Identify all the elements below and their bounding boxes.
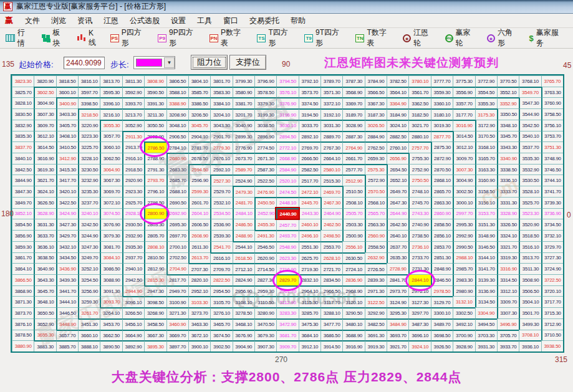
grid-cell[interactable]: 2443.30 [299,208,320,219]
grid-cell[interactable]: 2611.30 [188,241,210,252]
grid-cell[interactable]: 2983.30 [453,274,474,285]
grid-cell[interactable]: 3256.90 [78,285,100,297]
grid-cell[interactable]: 2882.50 [387,131,408,142]
grid-cell[interactable]: 3679.30 [254,330,276,341]
grid-cell[interactable]: 3602.50 [34,87,55,98]
grid-cell[interactable]: 3715.30 [541,307,563,318]
grid-cell[interactable]: 3112.90 [276,296,298,307]
grid-cell[interactable]: 2978.50 [431,285,453,297]
grid-cell[interactable]: 3660.10 [78,330,100,341]
grid-cell[interactable]: 3408.10 [56,131,78,142]
grid-cell[interactable]: 3705.70 [497,330,519,341]
grid-cell[interactable]: 3552.10 [497,87,519,98]
grid-cell[interactable]: 3492.10 [453,318,474,330]
grid-cell[interactable]: 3895.30 [144,340,166,351]
grid-cell[interactable]: 3448.90 [56,318,78,330]
grid-cell[interactable]: 2887.30 [342,131,364,142]
grid-cell[interactable]: 2748.10 [408,186,430,197]
grid-cell[interactable]: 3921.70 [387,340,408,351]
grid-cell[interactable]: 3028.90 [342,120,364,131]
grid-cell[interactable]: 2575.30 [365,164,387,175]
grid-cell[interactable]: 2491.30 [254,230,276,241]
grid-cell[interactable]: 2510.50 [342,186,364,197]
grid-cell[interactable]: 3703.30 [475,330,497,341]
grid-cell[interactable]: 3451.30 [78,318,100,330]
grid-cell[interactable]: 2673.70 [233,153,254,164]
grid-cell[interactable]: 3273.70 [188,307,210,318]
grid-cell[interactable]: 3127.30 [408,296,430,307]
grid-cell[interactable]: 2980.90 [453,285,474,297]
grid-cell[interactable]: 2577.70 [342,164,364,175]
grid-cell[interactable]: 3525.70 [519,197,541,208]
grid-cell[interactable]: 3163.30 [475,164,497,175]
grid-cell[interactable]: 2952.10 [188,285,210,297]
grid-cell[interactable]: 2450.50 [254,197,276,208]
grid-cell[interactable]: 2635.30 [387,252,408,264]
grid-cell[interactable]: 3813.70 [100,75,122,87]
grid-cell[interactable]: 3434.50 [56,252,78,264]
grid-cell[interactable]: 3657.70 [56,330,78,341]
grid-cell[interactable]: 3458.50 [144,318,166,330]
grid-cell[interactable]: 3638.50 [34,252,55,264]
grid-cell[interactable]: 3880.90 [12,340,34,351]
grid-cell[interactable]: 2973.70 [387,285,408,297]
grid-cell[interactable]: 2654.50 [387,164,408,175]
grid-cell[interactable]: 3446.50 [56,307,78,318]
grid-cell[interactable]: 3501.70 [519,307,541,318]
grid-cell[interactable]: 2714.50 [254,263,276,274]
grid-cell[interactable]: 2733.70 [408,252,430,264]
grid-cell[interactable]: 3182.50 [408,108,430,120]
grid-cell[interactable]: 3307.30 [497,307,519,318]
grid-cell[interactable]: 3429.70 [56,230,78,241]
grid-cell[interactable]: 2860.90 [431,208,453,219]
grid-cell[interactable]: 2923.30 [122,186,144,197]
grid-cell[interactable]: 3247.30 [78,241,100,252]
grid-cell[interactable]: 3866.50 [12,274,34,285]
grid-cell[interactable]: 2961.70 [276,285,298,297]
grid-cell[interactable]: 2618.50 [233,252,254,264]
grid-cell[interactable]: 2906.50 [166,131,188,142]
grid-cell[interactable]: 3751.30 [541,141,563,153]
grid-cell[interactable]: 2810.50 [144,252,166,264]
grid-cell[interactable]: 3849.70 [12,197,34,208]
grid-cell[interactable]: 2865.70 [431,186,453,197]
grid-cell[interactable]: 3021.70 [408,120,430,131]
grid-cell[interactable]: 3684.10 [299,330,320,341]
grid-cell[interactable]: 2546.50 [254,241,276,252]
grid-cell[interactable]: 2755.30 [408,153,430,164]
grid-cell[interactable]: 3278.50 [233,307,254,318]
grid-cell[interactable]: 3700.90 [453,330,474,341]
grid-cell[interactable]: 3648.10 [34,296,55,307]
grid-cell[interactable]: 3688.90 [342,330,364,341]
grid-cell[interactable]: 2728.90 [387,263,408,274]
grid-cell[interactable]: 2644.90 [387,208,408,219]
grid-cell[interactable]: 2940.10 [122,263,144,274]
grid-cell[interactable]: 2702.50 [166,252,188,264]
start-price-cell[interactable]: 2440.90 [276,208,298,219]
grid-cell[interactable]: 3732.10 [541,230,563,241]
grid-cell[interactable]: 3151.30 [475,219,497,230]
grid-cell[interactable]: 3511.30 [519,263,541,274]
grid-cell[interactable]: 3520.90 [519,219,541,230]
grid-cell[interactable]: 3640.90 [34,263,55,274]
grid-cell[interactable]: 3756.10 [541,120,563,131]
grid-cell[interactable]: 2623.30 [276,252,298,264]
grid-cell[interactable]: 2620.90 [254,252,276,264]
grid-cell[interactable]: 3662.50 [100,330,122,341]
grid-cell[interactable]: 2740.90 [408,219,430,230]
grid-cell[interactable]: 3194.50 [299,108,320,120]
grid-cell[interactable]: 3223.30 [78,131,100,142]
grid-cell[interactable]: 3592.90 [122,87,144,98]
grid-cell[interactable]: 3547.30 [519,97,541,108]
grid-cell[interactable]: 2544.10 [233,241,254,252]
grid-cell[interactable]: 3753.70 [541,131,563,142]
grid-cell[interactable]: 3832.90 [12,120,34,131]
grid-cell[interactable]: 2445.70 [299,197,320,208]
grid-cell[interactable]: 2671.30 [254,153,276,164]
grid-cell[interactable]: 3760.90 [541,97,563,108]
grid-cell[interactable]: 3009.70 [453,153,474,164]
grid-cell[interactable]: 2512.90 [342,174,364,186]
grid-cell[interactable]: 2716.90 [276,263,298,274]
grid-cell[interactable]: 2788.90 [144,153,166,164]
grid-cell[interactable]: 2889.70 [320,131,342,142]
